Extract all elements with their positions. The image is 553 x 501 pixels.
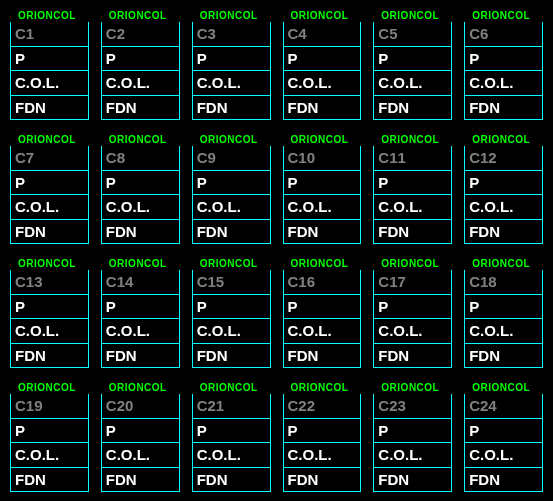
field-row: C.O.L. bbox=[192, 319, 271, 344]
field-row: P bbox=[10, 47, 89, 72]
column-block: ORIONCOLC6PC.O.L.FDN bbox=[464, 10, 543, 120]
field-row: P bbox=[101, 295, 180, 320]
field-row: P bbox=[373, 47, 452, 72]
field-row: C.O.L. bbox=[10, 319, 89, 344]
field-row: FDN bbox=[101, 468, 180, 493]
field-row: P bbox=[373, 171, 452, 196]
column-id: C15 bbox=[192, 270, 271, 295]
block-type-label: ORIONCOL bbox=[101, 382, 180, 393]
column-id: C21 bbox=[192, 394, 271, 419]
field-row: C.O.L. bbox=[101, 319, 180, 344]
field-row: FDN bbox=[192, 96, 271, 121]
field-row: FDN bbox=[10, 220, 89, 245]
field-row: FDN bbox=[373, 96, 452, 121]
block-type-label: ORIONCOL bbox=[192, 258, 271, 269]
field-row: C.O.L. bbox=[373, 71, 452, 96]
column-block: ORIONCOLC23PC.O.L.FDN bbox=[373, 382, 452, 492]
field-row: P bbox=[283, 295, 362, 320]
field-row: FDN bbox=[283, 468, 362, 493]
column-id: C8 bbox=[101, 146, 180, 171]
column-id: C3 bbox=[192, 22, 271, 47]
block-type-label: ORIONCOL bbox=[283, 134, 362, 145]
block-type-label: ORIONCOL bbox=[464, 134, 543, 145]
field-row: C.O.L. bbox=[101, 195, 180, 220]
column-block: ORIONCOLC21PC.O.L.FDN bbox=[192, 382, 271, 492]
block-type-label: ORIONCOL bbox=[192, 10, 271, 21]
column-id: C7 bbox=[10, 146, 89, 171]
column-block: ORIONCOLC16PC.O.L.FDN bbox=[283, 258, 362, 368]
field-row: P bbox=[192, 419, 271, 444]
column-id: C23 bbox=[373, 394, 452, 419]
block-type-label: ORIONCOL bbox=[283, 258, 362, 269]
field-row: C.O.L. bbox=[283, 443, 362, 468]
field-row: C.O.L. bbox=[10, 443, 89, 468]
column-id: C6 bbox=[464, 22, 543, 47]
field-row: FDN bbox=[10, 344, 89, 369]
column-id: C10 bbox=[283, 146, 362, 171]
block-type-label: ORIONCOL bbox=[373, 258, 452, 269]
column-id: C20 bbox=[101, 394, 180, 419]
field-row: C.O.L. bbox=[192, 195, 271, 220]
field-row: P bbox=[101, 171, 180, 196]
block-type-label: ORIONCOL bbox=[373, 382, 452, 393]
field-row: FDN bbox=[192, 468, 271, 493]
column-id: C18 bbox=[464, 270, 543, 295]
column-block: ORIONCOLC7PC.O.L.FDN bbox=[10, 134, 89, 244]
column-id: C5 bbox=[373, 22, 452, 47]
block-type-label: ORIONCOL bbox=[101, 10, 180, 21]
column-grid: ORIONCOLC1PC.O.L.FDNORIONCOLC2PC.O.L.FDN… bbox=[10, 10, 543, 492]
block-type-label: ORIONCOL bbox=[10, 258, 89, 269]
field-row: P bbox=[283, 171, 362, 196]
column-block: ORIONCOLC18PC.O.L.FDN bbox=[464, 258, 543, 368]
field-row: P bbox=[101, 47, 180, 72]
field-row: C.O.L. bbox=[464, 443, 543, 468]
field-row: P bbox=[464, 419, 543, 444]
column-block: ORIONCOLC3PC.O.L.FDN bbox=[192, 10, 271, 120]
block-type-label: ORIONCOL bbox=[464, 258, 543, 269]
field-row: C.O.L. bbox=[464, 195, 543, 220]
field-row: P bbox=[10, 171, 89, 196]
field-row: C.O.L. bbox=[373, 195, 452, 220]
block-type-label: ORIONCOL bbox=[101, 134, 180, 145]
column-block: ORIONCOLC15PC.O.L.FDN bbox=[192, 258, 271, 368]
column-id: C4 bbox=[283, 22, 362, 47]
block-type-label: ORIONCOL bbox=[10, 382, 89, 393]
field-row: FDN bbox=[464, 344, 543, 369]
column-id: C2 bbox=[101, 22, 180, 47]
block-type-label: ORIONCOL bbox=[192, 134, 271, 145]
column-id: C12 bbox=[464, 146, 543, 171]
column-block: ORIONCOLC24PC.O.L.FDN bbox=[464, 382, 543, 492]
field-row: P bbox=[10, 419, 89, 444]
column-id: C9 bbox=[192, 146, 271, 171]
field-row: C.O.L. bbox=[10, 71, 89, 96]
column-id: C17 bbox=[373, 270, 452, 295]
column-block: ORIONCOLC4PC.O.L.FDN bbox=[283, 10, 362, 120]
column-block: ORIONCOLC14PC.O.L.FDN bbox=[101, 258, 180, 368]
field-row: FDN bbox=[464, 220, 543, 245]
block-type-label: ORIONCOL bbox=[373, 10, 452, 21]
field-row: P bbox=[192, 47, 271, 72]
field-row: FDN bbox=[283, 220, 362, 245]
field-row: FDN bbox=[10, 468, 89, 493]
block-type-label: ORIONCOL bbox=[10, 134, 89, 145]
column-block: ORIONCOLC5PC.O.L.FDN bbox=[373, 10, 452, 120]
field-row: P bbox=[10, 295, 89, 320]
column-block: ORIONCOLC19PC.O.L.FDN bbox=[10, 382, 89, 492]
field-row: C.O.L. bbox=[373, 319, 452, 344]
column-block: ORIONCOLC22PC.O.L.FDN bbox=[283, 382, 362, 492]
column-block: ORIONCOLC11PC.O.L.FDN bbox=[373, 134, 452, 244]
block-type-label: ORIONCOL bbox=[283, 382, 362, 393]
field-row: C.O.L. bbox=[101, 71, 180, 96]
field-row: C.O.L. bbox=[464, 319, 543, 344]
block-type-label: ORIONCOL bbox=[283, 10, 362, 21]
field-row: C.O.L. bbox=[192, 443, 271, 468]
block-type-label: ORIONCOL bbox=[373, 134, 452, 145]
column-block: ORIONCOLC13PC.O.L.FDN bbox=[10, 258, 89, 368]
field-row: FDN bbox=[373, 468, 452, 493]
column-block: ORIONCOLC10PC.O.L.FDN bbox=[283, 134, 362, 244]
column-block: ORIONCOLC2PC.O.L.FDN bbox=[101, 10, 180, 120]
field-row: P bbox=[464, 47, 543, 72]
block-type-label: ORIONCOL bbox=[464, 10, 543, 21]
field-row: P bbox=[373, 295, 452, 320]
field-row: P bbox=[464, 171, 543, 196]
